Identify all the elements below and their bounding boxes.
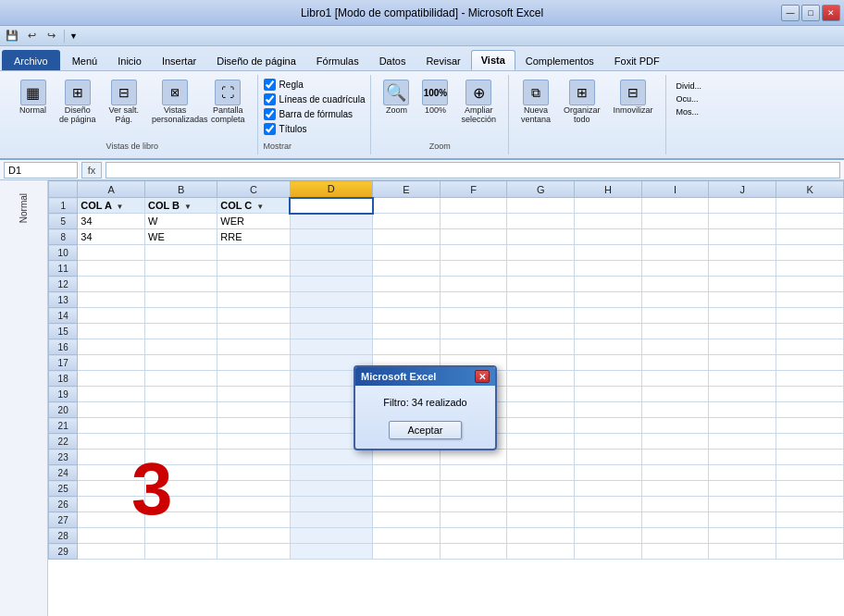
lineas-checkbox[interactable]	[264, 93, 276, 105]
ocultar-button[interactable]: Ocu...	[674, 93, 701, 105]
page-layout-icon: ⊞	[65, 80, 91, 105]
regla-label: Regla	[279, 80, 304, 90]
page-layout-label: Diseñode página	[59, 106, 96, 125]
minimize-button[interactable]: —	[781, 5, 800, 21]
zoom-label: Zoom	[386, 106, 407, 116]
new-window-button[interactable]: ⧉ Nuevaventana	[516, 77, 555, 128]
page-break-button[interactable]: ⊟ Ver salt.Pág.	[105, 77, 144, 128]
check-barra: Barra de fórmulas	[264, 108, 366, 120]
dialog-footer: Aceptar	[355, 417, 495, 449]
tab-complementos[interactable]: Complementos	[515, 50, 604, 70]
dialog-message: Filtro: 34 realizado	[383, 397, 467, 408]
zoom-100-button[interactable]: 100% 100%	[417, 77, 453, 118]
group-zoom: 🔍 Zoom 100% 100% ⊕ Ampliarselección Zoom	[371, 75, 509, 154]
lineas-label: Líneas de cuadrícula	[279, 94, 366, 105]
new-window-label: Nuevaventana	[521, 106, 551, 125]
group-vistas-label: Vistas de libro	[106, 140, 158, 151]
dialog-ok-button[interactable]: Aceptar	[389, 421, 463, 439]
tab-archivo[interactable]: Archivo	[2, 50, 60, 70]
check-regla: Regla	[264, 79, 366, 91]
arrange-all-icon: ⊞	[569, 80, 595, 105]
dropdown-arrow[interactable]: ▼	[69, 31, 78, 41]
dialog-titlebar: Microsoft Excel ✕	[355, 367, 495, 386]
zoom-100-label: 100%	[425, 106, 446, 116]
tab-insertar[interactable]: Insertar	[152, 50, 206, 70]
save-button[interactable]: 💾	[4, 28, 20, 44]
formula-input[interactable]	[106, 162, 840, 179]
arrange-all-label: Organizartodo	[564, 106, 601, 125]
formula-bar: fx	[0, 160, 844, 180]
quick-access-toolbar: 💾 ↩ ↪ ▼	[0, 26, 844, 46]
group-extra: Divid... Ocu... Mos...	[666, 75, 713, 154]
titulos-checkbox[interactable]	[264, 123, 276, 135]
dialog-overlay: Microsoft Excel ✕ Filtro: 34 realizado A…	[48, 180, 844, 616]
ribbon-content: ▦ Normal ⊞ Diseñode página ⊟ Ver salt.Pá…	[0, 70, 844, 158]
zoom-100-icon: 100%	[422, 80, 448, 105]
ribbon-tabs: Archivo Menú Inicio Insertar Diseño de p…	[0, 46, 844, 70]
barra-label: Barra de fórmulas	[279, 109, 353, 119]
zoom-button[interactable]: 🔍 Zoom	[379, 77, 414, 118]
zoom-icon: 🔍	[383, 80, 409, 105]
dividir-button[interactable]: Divid...	[674, 80, 705, 92]
group-zoom-items: 🔍 Zoom 100% 100% ⊕ Ampliarselección	[379, 77, 501, 140]
zoom-selection-icon: ⊕	[465, 80, 491, 105]
page-break-icon: ⊟	[111, 80, 137, 105]
mostrar-button[interactable]: Mos...	[674, 106, 702, 117]
excel-dialog: Microsoft Excel ✕ Filtro: 34 realizado A…	[354, 365, 497, 450]
redo-button[interactable]: ↪	[43, 28, 59, 44]
fullscreen-label: Pantallacompleta	[211, 106, 245, 125]
fullscreen-icon: ⛶	[215, 80, 241, 105]
function-wizard-button[interactable]: fx	[81, 162, 102, 179]
window-title: Libro1 [Modo de compatibilidad] - Micros…	[301, 6, 543, 19]
tab-inicio[interactable]: Inicio	[107, 50, 152, 70]
freeze-label: Inmovilizar	[614, 106, 653, 116]
barra-checkbox[interactable]	[264, 108, 276, 120]
arrange-all-button[interactable]: ⊞ Organizartodo	[559, 77, 605, 128]
window-controls[interactable]: — □ ✕	[781, 5, 840, 21]
close-button[interactable]: ✕	[822, 5, 840, 21]
tab-foxit[interactable]: Foxit PDF	[604, 50, 670, 70]
tab-datos[interactable]: Datos	[369, 50, 416, 70]
normal-view-button[interactable]: ▦ Normal	[15, 77, 51, 118]
tab-formulas[interactable]: Fórmulas	[306, 50, 369, 70]
dialog-title: Microsoft Excel	[361, 371, 436, 382]
titulos-label: Títulos	[279, 124, 307, 134]
custom-views-label: Vistaspersonalizadas	[152, 106, 198, 125]
dialog-close-button[interactable]: ✕	[475, 370, 490, 383]
custom-views-icon: ⊠	[162, 80, 188, 105]
group-mostrar: Regla Líneas de cuadrícula Barra de fórm…	[258, 75, 372, 154]
dialog-body: Filtro: 34 realizado	[355, 386, 495, 417]
fullscreen-button[interactable]: ⛶ Pantallacompleta	[206, 77, 250, 128]
undo-button[interactable]: ↩	[23, 28, 40, 44]
tab-menu[interactable]: Menú	[62, 50, 108, 70]
check-titulos: Títulos	[264, 123, 366, 135]
group-mostrar-label: Mostrar	[264, 140, 366, 151]
maximize-button[interactable]: □	[801, 5, 820, 21]
freeze-icon: ⊟	[620, 80, 646, 105]
tab-vista[interactable]: Vista	[471, 50, 515, 70]
main-area: Normal A B	[0, 180, 844, 616]
view-mode-label: Normal	[19, 193, 29, 223]
group-vistas-libro: ▦ Normal ⊞ Diseñode página ⊟ Ver salt.Pá…	[7, 75, 258, 154]
group-extra-items: Divid... Ocu... Mos...	[674, 77, 705, 151]
normal-view-label: Normal	[19, 106, 46, 116]
check-lineas: Líneas de cuadrícula	[264, 93, 366, 105]
new-window-icon: ⧉	[523, 80, 549, 105]
normal-view-icon: ▦	[20, 80, 46, 105]
zoom-selection-label: Ampliarselección	[461, 106, 496, 125]
group-zoom-label: Zoom	[429, 140, 451, 151]
view-sidebar: Normal	[0, 180, 48, 616]
spreadsheet: A B C D E F G H I J K 1 COL A ▼	[48, 180, 844, 616]
tab-diseno[interactable]: Diseño de página	[206, 50, 306, 70]
custom-views-button[interactable]: ⊠ Vistaspersonalizadas	[147, 77, 203, 128]
page-layout-button[interactable]: ⊞ Diseñode página	[55, 77, 101, 128]
zoom-selection-button[interactable]: ⊕ Ampliarselección	[456, 77, 501, 128]
page-break-label: Ver salt.Pág.	[109, 106, 140, 125]
freeze-button[interactable]: ⊟ Inmovilizar	[609, 77, 658, 118]
group-ventana: ⧉ Nuevaventana ⊞ Organizartodo ⊟ Inmovil…	[509, 75, 666, 154]
group-vistas-items: ▦ Normal ⊞ Diseñode página ⊟ Ver salt.Pá…	[15, 77, 250, 140]
tab-revisar[interactable]: Revisar	[416, 50, 470, 70]
regla-checkbox[interactable]	[264, 79, 276, 91]
name-box[interactable]	[4, 162, 78, 179]
group-ventana-items: ⧉ Nuevaventana ⊞ Organizartodo ⊟ Inmovil…	[516, 77, 658, 149]
